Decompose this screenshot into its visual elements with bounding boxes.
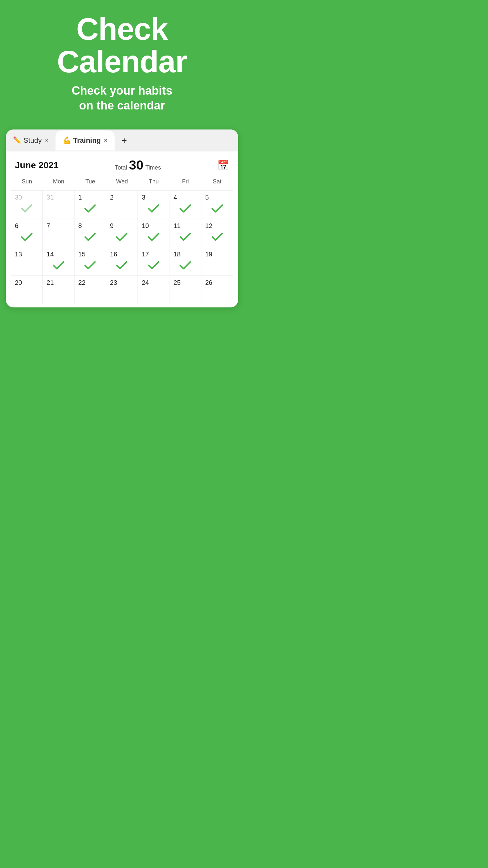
cal-day-number: 9 (110, 222, 139, 229)
cal-cell[interactable]: 9 (106, 219, 138, 247)
cal-cell[interactable]: 21 (42, 276, 74, 304)
weekday-mon: Mon (42, 176, 74, 188)
cal-cell[interactable]: 25 (169, 276, 201, 304)
tab-study-close[interactable]: × (45, 137, 48, 144)
weekdays-row: Sun Mon Tue Wed Thu Fri Sat (11, 176, 233, 190)
calendar-card: ✏️ Study × 💪 Training × + June 2021 Tota… (6, 129, 238, 307)
cal-cell[interactable]: 8 (74, 219, 106, 247)
cal-cell[interactable]: 24 (138, 276, 169, 304)
total-unit: Times (145, 164, 161, 171)
month-title: June 2021 (15, 160, 58, 170)
calendar-body: 3031123456789101112131415161718192021222… (11, 190, 233, 304)
check-mark-icon (180, 232, 191, 242)
check-mark-icon (116, 232, 128, 242)
calendar-header: June 2021 Total 30 Times 📅 (6, 151, 238, 176)
total-section: Total 30 Times (115, 158, 161, 173)
cal-day-number: 5 (205, 194, 234, 201)
study-emoji: ✏️ (13, 136, 22, 145)
calendar-icon[interactable]: 📅 (217, 159, 229, 171)
cal-day-number: 31 (46, 194, 75, 201)
weekday-fri: Fri (169, 176, 201, 188)
cal-cell[interactable]: 19 (201, 247, 233, 276)
cal-cell[interactable]: 6 (11, 219, 42, 247)
cal-cell[interactable]: 10 (138, 219, 169, 247)
cal-day-number: 25 (173, 279, 202, 286)
cal-cell[interactable]: 7 (42, 219, 74, 247)
cal-cell[interactable]: 15 (74, 247, 106, 276)
check-mark-icon (84, 204, 96, 213)
cal-day-number: 1 (78, 194, 107, 201)
cal-day-number: 20 (15, 279, 43, 286)
calendar-grid: Sun Mon Tue Wed Thu Fri Sat 303112345678… (6, 176, 238, 307)
check-mark-icon (148, 260, 159, 270)
check-mark-icon (212, 204, 223, 213)
cal-cell[interactable]: 2 (106, 190, 138, 219)
cal-cell[interactable]: 4 (169, 190, 201, 219)
tab-study[interactable]: ✏️ Study × (6, 130, 56, 151)
cal-day-number: 17 (142, 251, 170, 258)
cal-cell[interactable]: 31 (42, 190, 74, 219)
check-mark-icon (116, 260, 128, 270)
check-mark-icon (148, 232, 159, 242)
tab-training[interactable]: 💪 Training × (56, 130, 115, 151)
cal-day-number: 13 (15, 251, 43, 258)
cal-day-number: 22 (78, 279, 107, 286)
tab-training-label: Training (73, 136, 101, 145)
cal-cell[interactable]: 30 (11, 190, 42, 219)
cal-cell[interactable]: 11 (169, 219, 201, 247)
cal-day-number: 24 (142, 279, 170, 286)
check-mark-icon (21, 204, 33, 213)
total-label: Total (115, 164, 127, 171)
cal-day-number: 14 (46, 251, 75, 258)
tab-add-button[interactable]: + (115, 129, 134, 151)
cal-day-number: 19 (205, 251, 234, 258)
cal-cell[interactable]: 13 (11, 247, 42, 276)
check-mark-icon (21, 232, 33, 242)
hero-section: CheckCalendar Check your habitson the ca… (0, 0, 244, 123)
tab-study-label: Study (24, 136, 42, 145)
cal-cell[interactable]: 26 (201, 276, 233, 304)
cal-cell[interactable]: 3 (138, 190, 169, 219)
cal-day-number: 30 (15, 194, 43, 201)
check-mark-icon (148, 204, 159, 213)
cal-day-number: 2 (110, 194, 139, 201)
cal-cell[interactable]: 17 (138, 247, 169, 276)
cal-day-number: 4 (173, 194, 202, 201)
weekday-tue: Tue (74, 176, 106, 188)
tab-training-close[interactable]: × (104, 137, 107, 144)
hero-title: CheckCalendar (57, 13, 187, 78)
cal-cell[interactable]: 12 (201, 219, 233, 247)
cal-cell[interactable]: 5 (201, 190, 233, 219)
check-mark-icon (180, 204, 191, 213)
weekday-wed: Wed (106, 176, 138, 188)
cal-cell[interactable]: 14 (42, 247, 74, 276)
total-count: 30 (129, 158, 143, 173)
cal-cell[interactable]: 1 (74, 190, 106, 219)
cal-cell[interactable]: 16 (106, 247, 138, 276)
cal-cell[interactable]: 23 (106, 276, 138, 304)
cal-day-number: 23 (110, 279, 139, 286)
cal-day-number: 11 (173, 222, 202, 229)
hero-subtitle: Check your habitson the calendar (72, 83, 172, 114)
cal-day-number: 12 (205, 222, 234, 229)
cal-day-number: 18 (173, 251, 202, 258)
cal-cell[interactable]: 20 (11, 276, 42, 304)
cal-day-number: 3 (142, 194, 170, 201)
cal-day-number: 7 (46, 222, 75, 229)
check-mark-icon (212, 232, 223, 242)
tab-bar: ✏️ Study × 💪 Training × + (6, 129, 238, 151)
cal-day-number: 26 (205, 279, 234, 286)
cal-day-number: 15 (78, 251, 107, 258)
cal-day-number: 21 (46, 279, 75, 286)
cal-day-number: 6 (15, 222, 43, 229)
weekday-sun: Sun (11, 176, 42, 188)
cal-day-number: 16 (110, 251, 139, 258)
check-mark-icon (84, 260, 96, 270)
check-mark-icon (180, 260, 191, 270)
weekday-thu: Thu (138, 176, 169, 188)
weekday-sat: Sat (201, 176, 233, 188)
cal-day-number: 10 (142, 222, 170, 229)
cal-cell[interactable]: 22 (74, 276, 106, 304)
check-mark-icon (84, 232, 96, 242)
cal-cell[interactable]: 18 (169, 247, 201, 276)
